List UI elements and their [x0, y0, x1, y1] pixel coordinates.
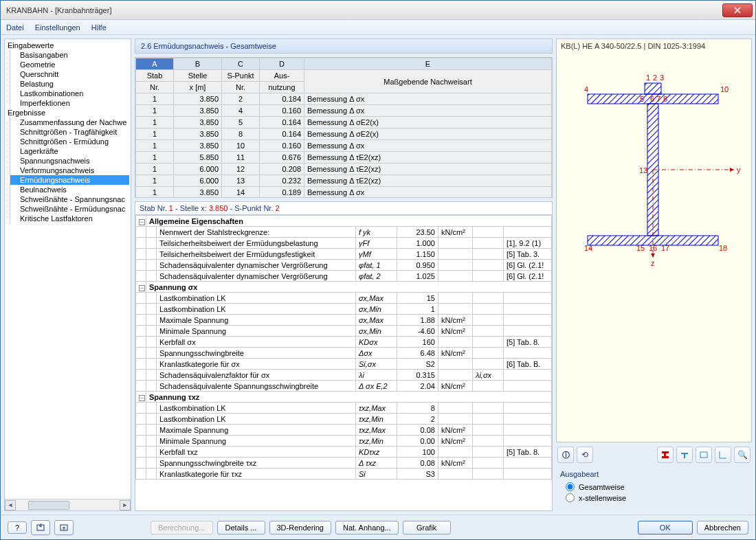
scroll-thumb[interactable] [28, 501, 69, 510]
export1-button[interactable] [31, 520, 50, 535]
svg-text:3: 3 [660, 74, 664, 82]
detail-row[interactable]: Nennwert der Stahlstreckgrenze:f yk23.50… [136, 227, 552, 238]
detail-row[interactable]: Lastkombination LKτxz,Max8 [136, 403, 552, 414]
radio-gesamt[interactable] [566, 482, 575, 491]
th: Nr. [222, 82, 260, 93]
view2-button[interactable] [676, 447, 693, 463]
menu-einstellungen[interactable]: Einstellungen [35, 23, 80, 32]
tree-item[interactable]: Lastkombinationen [10, 89, 129, 98]
view3-button[interactable] [696, 447, 712, 463]
svg-text:13: 13 [639, 166, 647, 175]
detail-row[interactable]: Lastkombination LKσx,Max15 [136, 293, 552, 304]
render-button[interactable]: 3D-Rendering [269, 521, 331, 535]
th: Aus- [260, 70, 304, 82]
help-button[interactable]: ? [8, 521, 27, 534]
tree-root-ergebnisse[interactable]: Ergebnisse [6, 108, 129, 117]
col-a[interactable]: A [136, 58, 174, 70]
tree-item[interactable]: Beulnachweis [10, 185, 129, 194]
table-row[interactable]: 13.850100.160Bemessung Δ σx [136, 140, 552, 152]
svg-text:z: z [651, 259, 655, 267]
svg-text:1: 1 [646, 74, 650, 82]
detail-row[interactable]: Kranlastkategorie für τxzSiS3 [136, 469, 552, 480]
cancel-button[interactable]: Abbrechen [697, 521, 748, 535]
titlebar: KRANBAHN - [Kranbahnträger] [1, 1, 755, 20]
table-row[interactable]: 13.850140.189Bemessung Δ σx [136, 187, 552, 199]
scroll-left-arrow[interactable]: ◄ [5, 500, 16, 510]
section-title: 2.6 Ermüdungsnachweis - Gesamtweise [135, 38, 553, 54]
close-button[interactable] [722, 3, 753, 17]
info-button[interactable]: ⓘ [557, 447, 574, 463]
detail-row[interactable]: Spannungsschwingbreite τxzΔ τxz0.08kN/cm… [136, 458, 552, 469]
svg-text:6 7: 6 7 [650, 95, 660, 103]
detail-row[interactable]: Lastkombination LKσx,Min1 [136, 304, 552, 315]
tree-item[interactable]: Schweißnähte - Ermüdungsnac [10, 204, 129, 214]
detail-row[interactable]: Kerbfall σxKDσx160[5] Tab. 8. [136, 337, 552, 348]
detail-row[interactable]: Schadensäquivalenter dynamischer Vergröß… [136, 271, 552, 282]
svg-rect-4 [645, 83, 661, 94]
detail-row[interactable]: Lastkombination LKτxz,Min2 [136, 414, 552, 425]
detail-row[interactable]: Teilsicherheitsbeiwert der Ermüdungsfest… [136, 249, 552, 260]
table-row[interactable]: 15.850110.676Bemessung Δ τE2(xz) [136, 152, 552, 164]
close-icon [734, 7, 741, 14]
content: Eingabewerte Basisangaben Geometrie Quer… [1, 35, 755, 515]
tree-root-eingabe[interactable]: Eingabewerte [6, 41, 129, 50]
radio-xstellen[interactable] [566, 493, 575, 502]
legend-button[interactable]: ⟲ [577, 447, 593, 463]
detail-row[interactable]: Minimale Spannungτxz,Min0.00kN/cm² [136, 436, 552, 447]
cross-section-diagram: y z 123 456 7810 13 1415161718 [557, 53, 749, 314]
grafik-button[interactable]: Grafik [403, 521, 451, 535]
svg-rect-30 [700, 452, 707, 458]
menu-hilfe[interactable]: Hilfe [91, 23, 107, 32]
tree-item[interactable]: Lagerkräfte [10, 146, 129, 156]
tree-item[interactable]: Geometrie [10, 60, 129, 69]
detail-row[interactable]: Kranlastkategorie für σxSi,σxS2[6] Tab. … [136, 359, 552, 370]
table-row[interactable]: 13.85040.160Bemessung Δ σx [136, 105, 552, 117]
opt-xstellen[interactable]: x-stellenweise [566, 493, 748, 502]
view4-button[interactable] [715, 447, 731, 463]
tree-item[interactable]: Belastung [10, 79, 129, 89]
tree-item[interactable]: Schnittgrößen - Ermüdung [10, 137, 129, 146]
nat-button[interactable]: Nat. Anhang... [335, 521, 399, 535]
tree-item[interactable]: Schweißnähte - Spannungsnac [10, 194, 129, 204]
table-row[interactable]: 13.85020.184Bemessung Δ σx [136, 93, 552, 105]
table-row[interactable]: 13.85080.164Bemessung Δ σE2(x) [136, 128, 552, 140]
table-row[interactable]: 16.000130.232Bemessung Δ τE2(xz) [136, 175, 552, 187]
detail-row[interactable]: Teilsicherheitsbeiwert der Ermüdungsbela… [136, 238, 552, 249]
detail-row[interactable]: SpannungsschwingbreiteΔσx6.48kN/cm² [136, 348, 552, 359]
col-e[interactable]: E [304, 58, 552, 70]
view1-button[interactable] [657, 447, 674, 463]
th: Stelle [174, 70, 222, 82]
detail-row[interactable]: Minimale Spannungσx,Min-4.60kN/cm² [136, 326, 552, 337]
tree-item[interactable]: Zusammenfassung der Nachwe [10, 117, 129, 127]
tree-item[interactable]: Schnittgrößen - Tragfähigkeit [10, 127, 129, 137]
tree-item-selected[interactable]: Ermüdungsnachweis [10, 175, 129, 185]
tree-item[interactable]: Querschnitt [10, 69, 129, 79]
table-row[interactable]: 13.85050.164Bemessung Δ σE2(x) [136, 117, 552, 128]
detail-row[interactable]: Schadensäquivalenter dynamischer Vergröß… [136, 260, 552, 271]
scroll-right-arrow[interactable]: ► [120, 500, 131, 510]
sidebar: Eingabewerte Basisangaben Geometrie Quer… [4, 38, 131, 511]
details-button[interactable]: Details ... [217, 521, 265, 535]
detail-row[interactable]: Kerbfall τxzKDτxz100[5] Tab. 8. [136, 447, 552, 458]
tree-item[interactable]: Imperfektionen [10, 98, 129, 108]
zoom-button[interactable]: 🔍 [734, 447, 751, 463]
menu-datei[interactable]: Datei [6, 23, 24, 32]
tree-item[interactable]: Basisangaben [10, 50, 129, 60]
detail-row[interactable]: Maximale Spannungτxz,Max0.08kN/cm² [136, 425, 552, 436]
col-b[interactable]: B [174, 58, 222, 70]
col-c[interactable]: C [222, 58, 260, 70]
ok-button[interactable]: OK [638, 521, 693, 535]
svg-text:15: 15 [636, 244, 645, 252]
app-window: KRANBAHN - [Kranbahnträger] Datei Einste… [0, 0, 756, 540]
col-d[interactable]: D [260, 58, 304, 70]
opt-gesamt[interactable]: Gesamtweise [566, 482, 748, 491]
export2-button[interactable] [54, 520, 74, 535]
detail-row[interactable]: Maximale Spannungσx,Max1.88kN/cm² [136, 315, 552, 326]
detail-row[interactable]: Schadensäquivalenzfaktor für σxλi0.315λi… [136, 370, 552, 381]
tree-item[interactable]: Kritische Lastfaktoren [10, 214, 129, 223]
th: Stab [136, 70, 174, 82]
table-row[interactable]: 16.000120.208Bemessung Δ τE2(xz) [136, 164, 552, 175]
tree-item[interactable]: Verformungsnachweis [10, 166, 129, 175]
tree-item[interactable]: Spannungsnachweis [10, 156, 129, 166]
detail-row[interactable]: Schadensäquivalente Spannungsschwingbrei… [136, 381, 552, 392]
